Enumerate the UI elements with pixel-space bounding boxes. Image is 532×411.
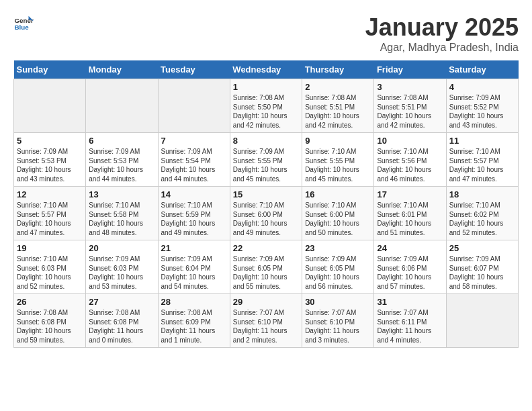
- day-number: 2: [305, 82, 371, 92]
- day-number: 30: [305, 297, 371, 307]
- calendar-cell: 11Sunrise: 7:10 AMSunset: 5:57 PMDayligh…: [446, 133, 518, 187]
- day-info: Sunrise: 7:10 AMSunset: 6:01 PMDaylight:…: [377, 201, 443, 237]
- calendar-cell: 20Sunrise: 7:09 AMSunset: 6:03 PMDayligh…: [86, 240, 158, 294]
- day-number: 19: [17, 243, 83, 253]
- calendar-body: 1Sunrise: 7:08 AMSunset: 5:50 PMDaylight…: [14, 79, 519, 348]
- day-number: 9: [305, 136, 371, 146]
- day-info: Sunrise: 7:10 AMSunset: 5:59 PMDaylight:…: [161, 201, 227, 237]
- calendar-cell: 18Sunrise: 7:10 AMSunset: 6:02 PMDayligh…: [446, 187, 518, 240]
- calendar-cell: 28Sunrise: 7:08 AMSunset: 6:09 PMDayligh…: [158, 294, 230, 348]
- day-info: Sunrise: 7:09 AMSunset: 6:06 PMDaylight:…: [377, 255, 443, 291]
- day-info: Sunrise: 7:07 AMSunset: 6:10 PMDaylight:…: [233, 308, 299, 345]
- calendar-cell: 14Sunrise: 7:10 AMSunset: 5:59 PMDayligh…: [158, 187, 230, 240]
- day-info: Sunrise: 7:09 AMSunset: 5:53 PMDaylight:…: [89, 147, 154, 183]
- logo-icon: General Blue: [13, 13, 34, 34]
- calendar-header-row: Sunday Monday Tuesday Wednesday Thursday…: [14, 60, 519, 79]
- day-number: 28: [161, 297, 227, 307]
- day-info: Sunrise: 7:10 AMSunset: 6:02 PMDaylight:…: [449, 201, 515, 237]
- calendar-title: January 2025: [365, 13, 519, 42]
- day-number: 10: [377, 136, 443, 146]
- day-number: 29: [233, 297, 299, 307]
- day-number: 25: [449, 243, 515, 253]
- calendar-cell: 29Sunrise: 7:07 AMSunset: 6:10 PMDayligh…: [230, 294, 302, 348]
- col-sunday: Sunday: [14, 60, 86, 79]
- day-info: Sunrise: 7:10 AMSunset: 6:00 PMDaylight:…: [305, 201, 371, 237]
- calendar-week-row: 19Sunrise: 7:10 AMSunset: 6:03 PMDayligh…: [14, 240, 519, 294]
- calendar-table: Sunday Monday Tuesday Wednesday Thursday…: [13, 60, 519, 348]
- day-info: Sunrise: 7:07 AMSunset: 6:10 PMDaylight:…: [305, 308, 371, 345]
- day-info: Sunrise: 7:10 AMSunset: 5:58 PMDaylight:…: [89, 201, 154, 237]
- svg-text:Blue: Blue: [15, 24, 30, 31]
- day-number: 16: [305, 189, 371, 199]
- title-area: January 2025 Agar, Madhya Pradesh, India: [365, 13, 519, 54]
- calendar-cell: 27Sunrise: 7:08 AMSunset: 6:08 PMDayligh…: [86, 294, 158, 348]
- day-number: 18: [449, 189, 515, 199]
- calendar-cell: 7Sunrise: 7:09 AMSunset: 5:54 PMDaylight…: [158, 133, 230, 187]
- calendar-cell: 9Sunrise: 7:10 AMSunset: 5:55 PMDaylight…: [302, 133, 374, 187]
- svg-text:General: General: [15, 17, 34, 24]
- day-number: 4: [449, 82, 515, 92]
- calendar-cell: 23Sunrise: 7:09 AMSunset: 6:05 PMDayligh…: [302, 240, 374, 294]
- col-wednesday: Wednesday: [230, 60, 302, 79]
- day-info: Sunrise: 7:09 AMSunset: 5:55 PMDaylight:…: [233, 147, 299, 183]
- logo: General Blue: [13, 13, 34, 34]
- calendar-cell: 24Sunrise: 7:09 AMSunset: 6:06 PMDayligh…: [374, 240, 446, 294]
- calendar-cell: [446, 294, 518, 348]
- day-info: Sunrise: 7:09 AMSunset: 5:54 PMDaylight:…: [161, 147, 227, 183]
- day-info: Sunrise: 7:09 AMSunset: 6:03 PMDaylight:…: [89, 255, 154, 291]
- calendar-cell: 17Sunrise: 7:10 AMSunset: 6:01 PMDayligh…: [374, 187, 446, 240]
- col-friday: Friday: [374, 60, 446, 79]
- calendar-cell: 21Sunrise: 7:09 AMSunset: 6:04 PMDayligh…: [158, 240, 230, 294]
- day-info: Sunrise: 7:08 AMSunset: 5:50 PMDaylight:…: [233, 93, 299, 130]
- day-number: 6: [89, 136, 154, 146]
- day-info: Sunrise: 7:09 AMSunset: 6:05 PMDaylight:…: [305, 255, 371, 291]
- calendar-cell: [14, 79, 86, 133]
- calendar-cell: 26Sunrise: 7:08 AMSunset: 6:08 PMDayligh…: [14, 294, 86, 348]
- day-number: 11: [449, 136, 515, 146]
- calendar-cell: 30Sunrise: 7:07 AMSunset: 6:10 PMDayligh…: [302, 294, 374, 348]
- day-number: 14: [161, 189, 227, 199]
- day-number: 5: [17, 136, 83, 146]
- calendar-cell: 25Sunrise: 7:09 AMSunset: 6:07 PMDayligh…: [446, 240, 518, 294]
- day-info: Sunrise: 7:10 AMSunset: 6:00 PMDaylight:…: [233, 201, 299, 237]
- day-number: 7: [161, 136, 227, 146]
- day-number: 24: [377, 243, 443, 253]
- day-number: 13: [89, 189, 154, 199]
- day-number: 15: [233, 189, 299, 199]
- day-number: 17: [377, 189, 443, 199]
- day-info: Sunrise: 7:09 AMSunset: 5:52 PMDaylight:…: [449, 93, 515, 130]
- calendar-cell: 3Sunrise: 7:08 AMSunset: 5:51 PMDaylight…: [374, 79, 446, 133]
- day-info: Sunrise: 7:08 AMSunset: 6:08 PMDaylight:…: [17, 308, 83, 345]
- day-number: 21: [161, 243, 227, 253]
- calendar-cell: 4Sunrise: 7:09 AMSunset: 5:52 PMDaylight…: [446, 79, 518, 133]
- day-number: 1: [233, 82, 299, 92]
- day-info: Sunrise: 7:10 AMSunset: 5:56 PMDaylight:…: [377, 147, 443, 183]
- calendar-week-row: 5Sunrise: 7:09 AMSunset: 5:53 PMDaylight…: [14, 133, 519, 187]
- col-monday: Monday: [86, 60, 158, 79]
- col-tuesday: Tuesday: [158, 60, 230, 79]
- day-info: Sunrise: 7:07 AMSunset: 6:11 PMDaylight:…: [377, 308, 443, 345]
- col-thursday: Thursday: [302, 60, 374, 79]
- calendar-subtitle: Agar, Madhya Pradesh, India: [365, 42, 519, 54]
- calendar-cell: [86, 79, 158, 133]
- day-number: 8: [233, 136, 299, 146]
- day-number: 12: [17, 189, 83, 199]
- calendar-cell: 16Sunrise: 7:10 AMSunset: 6:00 PMDayligh…: [302, 187, 374, 240]
- calendar-week-row: 26Sunrise: 7:08 AMSunset: 6:08 PMDayligh…: [14, 294, 519, 348]
- day-info: Sunrise: 7:10 AMSunset: 5:55 PMDaylight:…: [305, 147, 371, 183]
- day-info: Sunrise: 7:09 AMSunset: 5:53 PMDaylight:…: [17, 147, 83, 183]
- day-info: Sunrise: 7:09 AMSunset: 6:05 PMDaylight:…: [233, 255, 299, 291]
- calendar-cell: 5Sunrise: 7:09 AMSunset: 5:53 PMDaylight…: [14, 133, 86, 187]
- day-info: Sunrise: 7:10 AMSunset: 5:57 PMDaylight:…: [449, 147, 515, 183]
- day-info: Sunrise: 7:08 AMSunset: 5:51 PMDaylight:…: [305, 93, 371, 130]
- day-number: 3: [377, 82, 443, 92]
- calendar-cell: 6Sunrise: 7:09 AMSunset: 5:53 PMDaylight…: [86, 133, 158, 187]
- calendar-cell: 15Sunrise: 7:10 AMSunset: 6:00 PMDayligh…: [230, 187, 302, 240]
- calendar-cell: [158, 79, 230, 133]
- day-info: Sunrise: 7:10 AMSunset: 6:03 PMDaylight:…: [17, 255, 83, 291]
- calendar-cell: 12Sunrise: 7:10 AMSunset: 5:57 PMDayligh…: [14, 187, 86, 240]
- day-info: Sunrise: 7:08 AMSunset: 5:51 PMDaylight:…: [377, 93, 443, 130]
- day-info: Sunrise: 7:08 AMSunset: 6:09 PMDaylight:…: [161, 308, 227, 345]
- calendar-cell: 13Sunrise: 7:10 AMSunset: 5:58 PMDayligh…: [86, 187, 158, 240]
- day-number: 20: [89, 243, 154, 253]
